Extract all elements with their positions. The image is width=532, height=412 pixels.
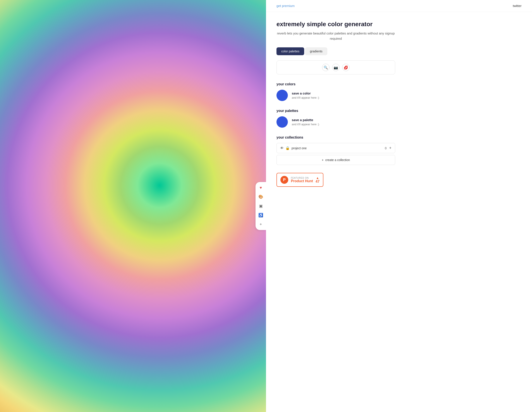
gradient-background [0, 0, 266, 412]
tab-gradients[interactable]: gradients [305, 47, 327, 55]
your-colors-title: your colors [276, 82, 395, 86]
header-right: twitter [513, 4, 522, 8]
save-color-title: save a color [292, 91, 319, 95]
palette-button[interactable]: 🎨 [257, 193, 264, 200]
tab-color-palettes[interactable]: color palettes [276, 47, 304, 55]
camera-icon: 📷 [334, 66, 338, 70]
add-button[interactable]: + [257, 221, 264, 228]
app-title: extremely simple color generator [276, 21, 395, 28]
your-collections-section: your collections 👁 🔒 project one 0 + + c… [276, 135, 395, 165]
header: get premium twitter [266, 0, 532, 12]
search-bar: 🔍 📷 💋 [276, 60, 395, 74]
collection-add-button[interactable]: + [389, 146, 391, 150]
collection-item: 👁 🔒 project one 0 + [276, 143, 395, 153]
save-color-item: save a color and it'll appear here :) [276, 90, 395, 101]
create-collection-plus-icon: + [322, 158, 323, 162]
product-hunt-text: FEATURED ON Product Hunt [291, 177, 313, 183]
dropper-icon-button[interactable]: 💋 [342, 64, 350, 71]
save-palette-text: save a palette and it'll appear here :) [292, 118, 319, 126]
product-hunt-arrow-icon: ▲ [316, 176, 319, 180]
color-circle-blue [276, 90, 288, 101]
collection-count: 0 [385, 146, 387, 150]
heart-button[interactable]: ♥ [257, 184, 264, 191]
twitter-link[interactable]: twitter [513, 4, 522, 8]
create-collection-button[interactable]: + create a collection [276, 155, 395, 165]
create-collection-label: create a collection [325, 158, 350, 162]
collection-button[interactable]: ▣ [257, 202, 264, 210]
dropper-icon: 💋 [344, 66, 348, 70]
camera-icon-button[interactable]: 📷 [332, 64, 340, 71]
product-hunt-logo-letter: P [283, 178, 286, 182]
get-premium-link[interactable]: get premium [276, 4, 294, 8]
search-icon-button[interactable]: 🔍 [322, 64, 330, 71]
accessibility-button[interactable]: ♿ [257, 212, 264, 219]
collection-name: project one [292, 146, 385, 150]
product-hunt-count: 47 [315, 180, 319, 183]
collection-lock-icon: 🔒 [285, 146, 290, 150]
your-palettes-section: your palettes save a palette and it'll a… [276, 109, 395, 128]
product-hunt-name: Product Hunt [291, 179, 313, 183]
app-subtitle: reverb lets you generate beautiful color… [276, 31, 395, 41]
product-hunt-logo: P [280, 176, 288, 184]
product-hunt-badge[interactable]: P FEATURED ON Product Hunt ▲ 47 [276, 173, 323, 187]
save-color-subtitle: and it'll appear here :) [292, 96, 319, 99]
search-icon: 🔍 [323, 66, 328, 70]
header-left: get premium [276, 4, 294, 8]
right-panel: get premium twitter extremely simple col… [266, 0, 532, 412]
your-collections-title: your collections [276, 135, 395, 139]
tabs: color palettes gradients [276, 47, 395, 55]
collection-view-icon: 👁 [280, 146, 284, 150]
gradient-panel: ♥ 🎨 ▣ ♿ + [0, 0, 266, 412]
sidebar-toolbar: ♥ 🎨 ▣ ♿ + [256, 182, 266, 230]
save-palette-item: save a palette and it'll appear here :) [276, 116, 395, 128]
your-colors-section: your colors save a color and it'll appea… [276, 82, 395, 101]
save-color-text: save a color and it'll appear here :) [292, 91, 319, 99]
your-palettes-title: your palettes [276, 109, 395, 113]
palette-circle-blue [276, 116, 288, 128]
save-palette-subtitle: and it'll appear here :) [292, 123, 319, 126]
product-hunt-votes: ▲ 47 [315, 176, 319, 183]
product-hunt-featured-label: FEATURED ON [291, 177, 313, 179]
main-content: extremely simple color generator reverb … [266, 12, 406, 196]
save-palette-title: save a palette [292, 118, 319, 122]
